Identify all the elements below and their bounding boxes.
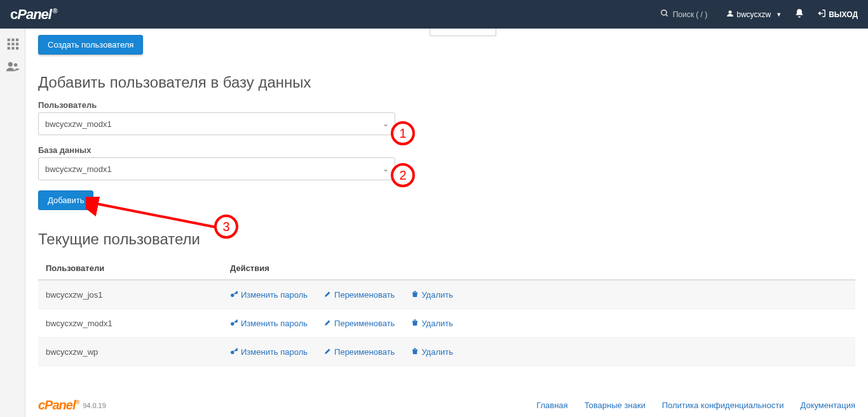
rename-link[interactable]: Переименовать [324,319,395,328]
svg-point-2 [729,11,732,14]
svg-rect-6 [16,39,18,41]
footer-docs-link[interactable]: Документация [801,400,856,410]
create-user-button[interactable]: Создать пользователя [38,35,143,55]
svg-point-0 [661,10,666,15]
chevron-down-icon: ▼ [776,11,782,18]
trash-icon [411,347,419,357]
pencil-icon [324,290,332,300]
trash-icon [411,290,419,300]
delete-link[interactable]: Удалить [411,347,453,357]
cpanel-logo: cPanel® [10,6,57,23]
col-actions-header: Действия [222,257,855,280]
col-users-header: Пользователи [38,257,222,280]
key-icon [230,289,238,300]
svg-rect-9 [16,43,18,45]
key-icon [230,318,238,328]
database-select[interactable]: bwcycxzw_modx1 [38,157,395,180]
trash-icon [411,319,419,328]
collapsed-panel-tab[interactable] [430,29,496,36]
sidebar-apps-icon[interactable] [4,35,22,53]
change-password-link[interactable]: Изменить пароль [230,318,308,328]
user-cell: bwcycxzw_modx1 [38,309,222,338]
user-menu[interactable]: bwcycxzw ▼ [726,10,782,19]
footer-trademarks-link[interactable]: Товарные знаки [585,400,646,410]
current-users-heading: Текущие пользователи [38,230,855,248]
delete-link[interactable]: Удалить [411,319,453,328]
pencil-icon [324,319,332,328]
left-sidebar [0,29,25,417]
notifications-button[interactable] [794,8,804,21]
rename-link[interactable]: Переименовать [324,290,395,300]
pencil-icon [324,347,332,357]
cpanel-footer-logo: cPanel® [38,398,79,413]
user-select-label: Пользователь [38,100,855,110]
logout-icon [817,9,826,20]
svg-rect-12 [16,47,18,50]
change-password-link[interactable]: Изменить пароль [230,347,308,357]
key-icon [230,347,238,357]
actions-cell: Изменить парольПереименоватьУдалить [222,280,855,309]
svg-line-1 [665,15,667,17]
footer-privacy-link[interactable]: Политика конфиденциальности [662,400,784,410]
user-select[interactable]: bwcycxzw_modx1 [38,112,395,135]
add-button[interactable]: Добавить [38,190,93,210]
rename-link[interactable]: Переименовать [324,347,395,357]
actions-cell: Изменить парольПереименоватьУдалить [222,338,855,366]
delete-link[interactable]: Удалить [411,290,453,300]
username-text: bwcycxzw [736,10,771,19]
footer: cPanel® 94.0.19 Главная Товарные знаки П… [38,392,855,417]
sidebar-users-icon[interactable] [4,58,22,76]
table-row: bwcycxzw_jos1Изменить парольПереименоват… [38,280,855,309]
current-users-table: Пользователи Действия bwcycxzw_jos1Измен… [38,257,855,366]
add-user-heading: Добавить пользователя в базу данных [38,74,855,91]
svg-rect-10 [7,47,10,50]
actions-cell: Изменить парольПереименоватьУдалить [222,309,855,338]
table-row: bwcycxzw_modx1Изменить парольПереименова… [38,309,855,338]
user-icon [726,10,734,19]
svg-point-15 [231,294,234,297]
svg-rect-5 [11,39,14,41]
user-cell: bwcycxzw_wp [38,338,222,366]
search-placeholder-text: Поиск ( / ) [673,10,708,19]
main-content: Создать пользователя Добавить пользовате… [25,29,868,417]
footer-home-link[interactable]: Главная [536,400,567,410]
svg-point-14 [13,63,17,67]
user-cell: bwcycxzw_jos1 [38,280,222,309]
database-select-label: База данных [38,145,855,155]
logout-button[interactable]: ВЫХОД [817,9,858,20]
svg-rect-11 [11,47,14,50]
svg-point-16 [231,322,234,326]
svg-rect-4 [7,39,10,41]
svg-rect-7 [7,43,10,45]
change-password-link[interactable]: Изменить пароль [230,289,308,300]
svg-rect-8 [11,43,14,45]
svg-point-13 [8,62,12,67]
logout-label: ВЫХОД [829,10,858,19]
search-button[interactable]: Поиск ( / ) [660,9,708,20]
svg-point-17 [231,351,234,354]
search-icon [660,9,669,20]
top-navbar: cPanel® Поиск ( / ) bwcycxzw ▼ ВЫХОД [0,0,868,29]
footer-version: 94.0.19 [83,402,106,409]
table-row: bwcycxzw_wpИзменить парольПереименоватьУ… [38,338,855,366]
